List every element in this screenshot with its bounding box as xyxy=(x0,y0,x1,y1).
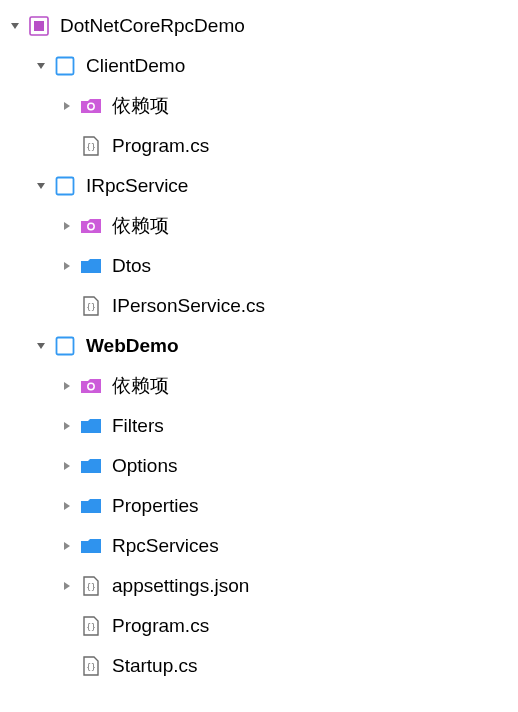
tree-item-webdemo-startup[interactable]: {} Startup.cs xyxy=(0,646,518,686)
folder-icon xyxy=(80,495,102,517)
tree-item-label: IPersonService.cs xyxy=(112,295,265,317)
tree-item-label: Program.cs xyxy=(112,135,209,157)
tree-item-webdemo-rpcservices[interactable]: RpcServices xyxy=(0,526,518,566)
svg-text:{}: {} xyxy=(86,583,96,592)
csproj-icon xyxy=(54,55,76,77)
json-file-icon: {} xyxy=(80,575,102,597)
tree-item-solution[interactable]: DotNetCoreRpcDemo xyxy=(0,6,518,46)
solution-icon xyxy=(28,15,50,37)
tree-item-webdemo-program[interactable]: {} Program.cs xyxy=(0,606,518,646)
csharp-file-icon: {} xyxy=(80,615,102,637)
chevron-right-icon[interactable] xyxy=(60,259,74,273)
csharp-file-icon: {} xyxy=(80,655,102,677)
tree-item-webdemo-properties[interactable]: Properties xyxy=(0,486,518,526)
folder-icon xyxy=(80,535,102,557)
chevron-right-icon[interactable] xyxy=(60,579,74,593)
svg-rect-1 xyxy=(34,21,44,31)
tree-item-irpc-dtos[interactable]: Dtos xyxy=(0,246,518,286)
tree-item-label: Filters xyxy=(112,415,164,437)
dependencies-icon xyxy=(80,375,102,397)
chevron-down-icon[interactable] xyxy=(34,179,48,193)
folder-icon xyxy=(80,255,102,277)
tree-item-label: DotNetCoreRpcDemo xyxy=(60,15,245,37)
tree-item-label: 依赖项 xyxy=(112,93,169,119)
tree-item-label: appsettings.json xyxy=(112,575,249,597)
svg-text:{}: {} xyxy=(86,623,96,632)
tree-item-irpcservice[interactable]: IRpcService xyxy=(0,166,518,206)
chevron-down-icon[interactable] xyxy=(34,59,48,73)
tree-item-label: IRpcService xyxy=(86,175,188,197)
tree-item-irpc-deps[interactable]: 依赖项 xyxy=(0,206,518,246)
svg-text:{}: {} xyxy=(86,143,96,152)
svg-rect-8 xyxy=(57,338,74,355)
chevron-right-icon[interactable] xyxy=(60,219,74,233)
chevron-right-icon[interactable] xyxy=(60,379,74,393)
tree-item-clientdemo-program[interactable]: {} Program.cs xyxy=(0,126,518,166)
tree-item-label: WebDemo xyxy=(86,335,179,357)
tree-item-label: Startup.cs xyxy=(112,655,198,677)
chevron-right-icon[interactable] xyxy=(60,419,74,433)
tree-item-label: 依赖项 xyxy=(112,213,169,239)
tree-item-label: 依赖项 xyxy=(112,373,169,399)
chevron-down-icon[interactable] xyxy=(34,339,48,353)
tree-item-label: Properties xyxy=(112,495,199,517)
tree-item-webdemo-appsettings[interactable]: {} appsettings.json xyxy=(0,566,518,606)
svg-rect-2 xyxy=(57,58,74,75)
svg-text:{}: {} xyxy=(86,663,96,672)
tree-item-label: ClientDemo xyxy=(86,55,185,77)
chevron-right-icon[interactable] xyxy=(60,459,74,473)
tree-item-label: Options xyxy=(112,455,177,477)
tree-item-clientdemo[interactable]: ClientDemo xyxy=(0,46,518,86)
tree-item-label: Dtos xyxy=(112,255,151,277)
chevron-right-icon[interactable] xyxy=(60,539,74,553)
dependencies-icon xyxy=(80,95,102,117)
csharp-file-icon: {} xyxy=(80,135,102,157)
dependencies-icon xyxy=(80,215,102,237)
chevron-down-icon[interactable] xyxy=(8,19,22,33)
csproj-icon xyxy=(54,175,76,197)
svg-rect-5 xyxy=(57,178,74,195)
folder-icon xyxy=(80,415,102,437)
chevron-right-icon[interactable] xyxy=(60,99,74,113)
tree-item-irpc-ipersonservice[interactable]: {} IPersonService.cs xyxy=(0,286,518,326)
folder-icon xyxy=(80,455,102,477)
csproj-icon xyxy=(54,335,76,357)
tree-item-webdemo-options[interactable]: Options xyxy=(0,446,518,486)
tree-item-clientdemo-deps[interactable]: 依赖项 xyxy=(0,86,518,126)
tree-item-webdemo-deps[interactable]: 依赖项 xyxy=(0,366,518,406)
svg-text:{}: {} xyxy=(86,303,96,312)
tree-item-label: RpcServices xyxy=(112,535,219,557)
tree-item-label: Program.cs xyxy=(112,615,209,637)
tree-item-webdemo[interactable]: WebDemo xyxy=(0,326,518,366)
csharp-file-icon: {} xyxy=(80,295,102,317)
tree-item-webdemo-filters[interactable]: Filters xyxy=(0,406,518,446)
chevron-right-icon[interactable] xyxy=(60,499,74,513)
